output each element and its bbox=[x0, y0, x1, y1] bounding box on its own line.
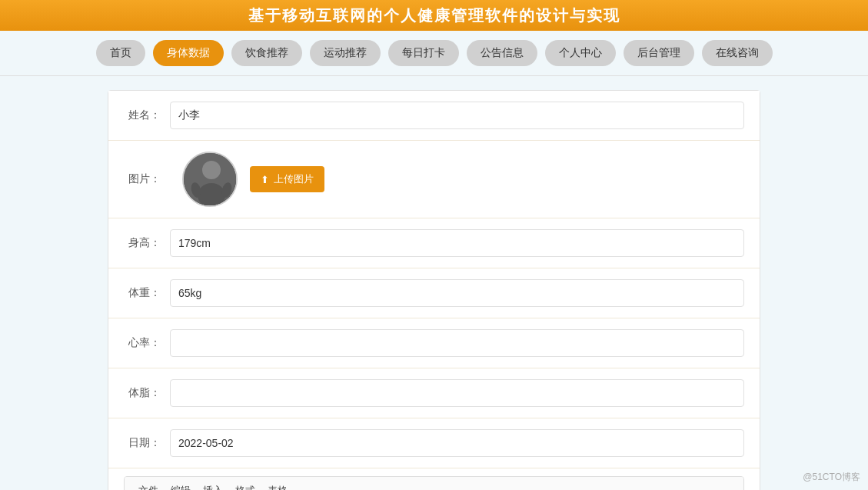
editor-container: 文件 编辑 插入 格式 表格 ↩ ↪ A bbox=[124, 476, 744, 490]
avatar-svg bbox=[184, 153, 238, 207]
height-row: 身高： bbox=[108, 218, 760, 268]
menu-format[interactable]: 格式 bbox=[229, 482, 261, 490]
date-input[interactable] bbox=[170, 429, 744, 457]
avatar bbox=[182, 152, 238, 207]
watermark: @51CTO博客 bbox=[803, 471, 860, 484]
upload-button[interactable]: ⬆ 上传图片 bbox=[250, 166, 324, 192]
svg-point-2 bbox=[198, 183, 225, 207]
body-fat-row: 体脂： bbox=[108, 368, 760, 418]
svg-point-1 bbox=[202, 161, 221, 179]
nav-item-consult[interactable]: 在线咨询 bbox=[702, 40, 773, 66]
body-fat-label: 体脂： bbox=[124, 386, 170, 400]
nav-item-announcement[interactable]: 公告信息 bbox=[467, 40, 537, 66]
weight-row: 体重： bbox=[108, 268, 760, 318]
name-input[interactable] bbox=[170, 102, 744, 129]
upload-label: 上传图片 bbox=[274, 172, 314, 186]
editor-menubar: 文件 编辑 插入 格式 表格 bbox=[125, 477, 743, 490]
name-row: 姓名： bbox=[108, 91, 760, 141]
header: 基于移动互联网的个人健康管理软件的设计与实现 bbox=[0, 0, 868, 31]
nav-item-checkin[interactable]: 每日打卡 bbox=[388, 40, 459, 66]
content-area: 姓名： 图片： bbox=[0, 76, 868, 490]
navigation: 首页 身体数据 饮食推荐 运动推荐 每日打卡 公告信息 个人中心 后台管理 在线… bbox=[0, 31, 868, 76]
nav-item-admin[interactable]: 后台管理 bbox=[624, 40, 694, 66]
app-title: 基于移动互联网的个人健康管理软件的设计与实现 bbox=[248, 5, 620, 26]
name-label: 姓名： bbox=[124, 108, 170, 122]
weight-input[interactable] bbox=[170, 279, 744, 307]
menu-insert[interactable]: 插入 bbox=[197, 482, 229, 490]
body-fat-input[interactable] bbox=[170, 379, 744, 407]
upload-icon: ⬆ bbox=[261, 174, 269, 185]
nav-item-diet[interactable]: 饮食推荐 bbox=[231, 40, 302, 66]
height-label: 身高： bbox=[124, 236, 170, 250]
avatar-body bbox=[184, 153, 236, 205]
heart-rate-label: 心率： bbox=[124, 336, 170, 350]
form-container: 姓名： 图片： bbox=[108, 90, 760, 490]
nav-item-personal[interactable]: 个人中心 bbox=[545, 40, 616, 66]
date-label: 日期： bbox=[124, 436, 170, 450]
image-label: 图片： bbox=[124, 172, 170, 186]
menu-file[interactable]: 文件 bbox=[132, 482, 165, 490]
menu-table[interactable]: 表格 bbox=[261, 482, 294, 490]
heart-rate-input[interactable] bbox=[170, 329, 744, 357]
weight-label: 体重： bbox=[124, 286, 170, 300]
height-input[interactable] bbox=[170, 229, 744, 257]
scroll-top-stub bbox=[108, 84, 760, 90]
image-row: 图片： ⬆ 上传 bbox=[108, 141, 760, 218]
heart-rate-row: 心率： bbox=[108, 318, 760, 368]
menu-edit[interactable]: 编辑 bbox=[165, 482, 197, 490]
nav-item-exercise[interactable]: 运动推荐 bbox=[310, 40, 381, 66]
date-row: 日期： bbox=[108, 418, 760, 468]
nav-item-home[interactable]: 首页 bbox=[96, 40, 145, 66]
nav-item-body-data[interactable]: 身体数据 bbox=[153, 40, 224, 66]
editor-row: 文件 编辑 插入 格式 表格 ↩ ↪ A bbox=[108, 468, 760, 490]
